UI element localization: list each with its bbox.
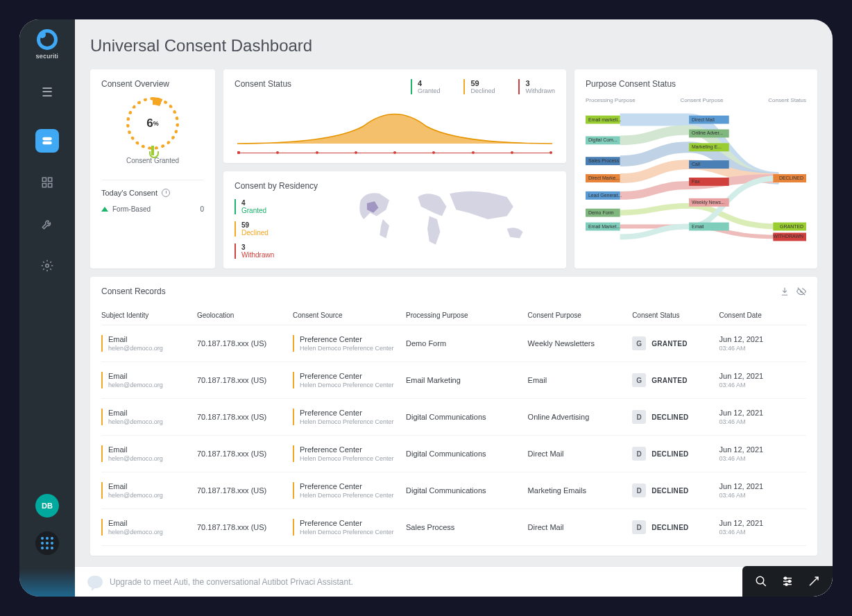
table-header-row: Subject IdentityGeolocationConsent Sourc…: [101, 306, 806, 325]
svg-point-44: [785, 583, 787, 585]
nav-item-consent[interactable]: [35, 129, 59, 153]
footer-bar: Upgrade to meet Auti, the conversational…: [75, 566, 833, 597]
world-map: [332, 181, 555, 257]
consent-status-card: Consent Status 4Granted 59Declined 3With…: [223, 69, 566, 163]
svg-text:DECLINED: DECLINED: [779, 176, 803, 180]
expand-icon[interactable]: [808, 575, 820, 588]
gear-icon: [41, 259, 53, 272]
svg-text:Direct Marke...: Direct Marke...: [588, 176, 620, 180]
sankey-diagram: Email marketi...Digital Com...Sales Proc…: [586, 109, 806, 248]
download-icon[interactable]: [780, 286, 790, 296]
nav-item-dashboard[interactable]: [35, 171, 59, 194]
svg-point-6: [46, 264, 49, 268]
eye-off-icon[interactable]: [796, 286, 806, 296]
res-withdrawn: 3Withdrawn: [235, 243, 318, 259]
res-declined: 59Declined: [235, 221, 318, 237]
page-title: Universal Consent Dashboard: [90, 36, 817, 55]
clock-icon: [162, 189, 170, 197]
consent-residency-card: Consent by Residency 4Granted 59Declined…: [223, 171, 566, 268]
table-row[interactable]: Emailhelen@democo.org70.187.178.xxx (US)…: [101, 325, 806, 362]
svg-rect-5: [49, 184, 52, 187]
svg-text:Lead Generat...: Lead Generat...: [588, 193, 622, 198]
svg-text:GRANTED: GRANTED: [780, 224, 803, 229]
svg-point-42: [785, 577, 787, 579]
footer-text: Upgrade to meet Auti, the conversational…: [110, 577, 353, 587]
sliders-icon[interactable]: [781, 575, 794, 588]
today-consent-header: Today's Consent: [101, 189, 204, 197]
search-icon[interactable]: [755, 575, 767, 588]
metric-granted: 4Granted: [411, 79, 441, 94]
table-row[interactable]: Emailhelen@democo.org70.187.178.xxx (US)…: [101, 362, 806, 399]
apps-launcher[interactable]: [35, 531, 59, 555]
sidebar: securiti ☰ DB: [19, 19, 75, 597]
svg-text:Online Adver...: Online Adver...: [692, 130, 723, 135]
bottom-toolbar: [742, 566, 833, 597]
toggle-icon: [41, 135, 53, 147]
metric-withdrawn: 3Withdrawn: [518, 79, 555, 94]
svg-text:Demo Form: Demo Form: [588, 210, 614, 215]
consent-records-card: Consent Records Subject IdentityGeolocat…: [90, 277, 817, 556]
purpose-consent-card: Purpose Consent Status Processing Purpos…: [574, 69, 817, 268]
main-content: Universal Consent Dashboard Consent Over…: [75, 19, 833, 597]
svg-text:Weekly News...: Weekly News...: [692, 200, 725, 205]
records-title: Consent Records: [101, 286, 166, 296]
svg-text:Digital Com...: Digital Com...: [588, 137, 617, 143]
consent-donut-chart: 6%: [126, 97, 179, 150]
svg-text:Sales Process: Sales Process: [588, 158, 620, 163]
svg-text:Call: Call: [692, 162, 700, 166]
brand-logo: securiti: [31, 29, 64, 62]
distribution-chart: [237, 105, 552, 147]
table-row[interactable]: Emailhelen@democo.org70.187.178.xxx (US)…: [101, 436, 806, 472]
menu-toggle[interactable]: ☰: [42, 85, 53, 100]
svg-text:Marketing E...: Marketing E...: [692, 144, 722, 150]
svg-text:Email: Email: [692, 224, 704, 229]
form-based-row: Form-Based 0: [101, 205, 204, 213]
svg-point-43: [789, 581, 791, 583]
table-row[interactable]: Emailhelen@democo.org70.187.178.xxx (US)…: [101, 399, 806, 436]
svg-text:Fax: Fax: [692, 179, 700, 184]
table-row[interactable]: Emailhelen@democo.org70.187.178.xxx (US)…: [101, 509, 806, 546]
svg-rect-1: [42, 142, 52, 145]
svg-rect-2: [42, 178, 46, 181]
table-row[interactable]: Emailhelen@democo.org70.187.178.xxx (US)…: [101, 472, 806, 509]
svg-rect-3: [49, 178, 52, 181]
svg-text:Email marketi...: Email marketi...: [588, 117, 622, 122]
svg-text:WITHDRAWN: WITHDRAWN: [773, 234, 803, 239]
wrench-icon: [41, 218, 53, 230]
card-title: Consent Overview: [101, 79, 204, 89]
user-avatar[interactable]: DB: [35, 494, 59, 517]
svg-point-41: [756, 576, 764, 584]
metric-declined: 59Declined: [463, 79, 495, 94]
svg-rect-4: [42, 184, 46, 187]
svg-text:Email Market...: Email Market...: [588, 224, 620, 229]
consent-overview-card: Consent Overview 6% Consent Granted Toda…: [90, 69, 215, 268]
chat-icon[interactable]: [87, 576, 103, 588]
nav-item-settings[interactable]: [35, 254, 59, 277]
svg-text:Direct Mail: Direct Mail: [692, 117, 715, 122]
svg-rect-0: [42, 137, 52, 141]
triangle-up-icon: [101, 207, 108, 212]
res-granted: 4Granted: [235, 199, 318, 214]
grid-icon: [41, 176, 53, 189]
nav-item-tools[interactable]: [35, 212, 59, 236]
